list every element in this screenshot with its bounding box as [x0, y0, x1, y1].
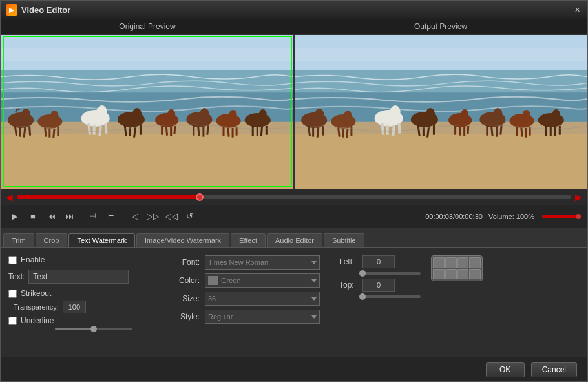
tab-text-watermark[interactable]: Text Watermark [68, 233, 135, 247]
svg-point-14 [21, 109, 30, 120]
set-end-button[interactable]: ⊢ [103, 209, 119, 224]
svg-rect-2 [1, 70, 293, 96]
svg-point-44 [229, 110, 237, 120]
left-pos-slider-handle[interactable] [359, 270, 366, 277]
rewind-button[interactable]: ◁◁ [163, 209, 179, 224]
stop-button[interactable]: ■ [25, 209, 41, 224]
output-preview-label: Output Preview [294, 19, 587, 34]
pos-grid-bl[interactable] [433, 269, 445, 280]
svg-rect-47 [232, 128, 234, 138]
middle-column: Font: Times New Roman Color: Green Si [174, 255, 329, 324]
top-pos-label: Top: [339, 281, 359, 290]
size-label: Size: [174, 294, 200, 303]
timeline-handle[interactable] [196, 193, 204, 201]
top-pos-input[interactable] [362, 279, 395, 292]
svg-point-32 [167, 109, 175, 120]
close-button[interactable]: ✕ [572, 5, 582, 15]
minimize-button[interactable]: ─ [559, 5, 569, 15]
top-pos-slider-handle[interactable] [359, 293, 366, 300]
svg-rect-63 [390, 109, 393, 112]
timeline-track[interactable] [17, 195, 571, 199]
left-pos-input[interactable] [362, 255, 395, 268]
top-pos-row: Top: [339, 279, 421, 292]
preview-labels: Original Preview Output Preview [1, 19, 587, 34]
svg-point-104 [538, 113, 564, 127]
title-bar: ▶ Video Editor ─ ✕ [1, 1, 587, 19]
size-dropdown[interactable]: 36 [205, 292, 320, 306]
tab-audio-editor[interactable]: Audio Editor [267, 233, 322, 247]
bottom-bar: OK Cancel [1, 357, 587, 381]
font-value: Times New Roman [208, 259, 268, 266]
ok-button[interactable]: OK [486, 362, 525, 377]
color-value: Green [221, 277, 311, 284]
enable-checkbox[interactable] [8, 256, 17, 264]
svg-rect-77 [342, 129, 344, 138]
top-pos-slider[interactable] [362, 295, 421, 298]
pos-grid-br2[interactable] [469, 269, 481, 280]
tab-subtitle[interactable]: Subtitle [324, 233, 364, 247]
tab-effect[interactable]: Effect [231, 233, 266, 247]
transparency-input[interactable] [63, 301, 86, 313]
undo-button[interactable]: ↺ [182, 209, 197, 224]
tab-trim[interactable]: Trim [3, 233, 34, 247]
set-start-button[interactable]: ⊣ [85, 209, 101, 224]
pos-grid-br1[interactable] [457, 269, 469, 280]
app-icon: ▶ [6, 4, 17, 16]
pos-grid-tl[interactable] [433, 257, 445, 268]
svg-rect-8 [97, 109, 100, 112]
play-button[interactable]: ▶ [7, 209, 23, 224]
pos-grid-tr1[interactable] [457, 257, 469, 268]
left-pos-slider[interactable] [362, 272, 421, 275]
original-video-frame [1, 35, 293, 189]
svg-rect-94 [486, 125, 488, 136]
transparency-slider-handle[interactable] [90, 326, 97, 332]
tab-image-watermark[interactable]: Image/Video Watermark [136, 233, 229, 247]
enable-label: Enable [21, 255, 45, 264]
svg-point-50 [259, 109, 267, 120]
svg-rect-12 [105, 123, 108, 134]
fast-forward-button[interactable]: ▷▷ [145, 209, 161, 224]
svg-rect-16 [19, 127, 21, 137]
svg-rect-96 [496, 127, 498, 137]
svg-point-99 [523, 110, 530, 120]
volume-handle[interactable] [576, 214, 581, 219]
volume-fill [542, 215, 581, 218]
color-dropdown-arrow [311, 279, 317, 282]
svg-rect-1 [1, 48, 293, 61]
font-dropdown[interactable]: Times New Roman [205, 255, 320, 270]
pos-grid-tr2[interactable] [469, 257, 481, 268]
prev-frame-button[interactable]: ⏮ [43, 209, 59, 224]
timeline-area: ◀ ▶ [1, 189, 587, 205]
transport-controls: ▶ ■ ⏮ ⏭ ⊣ ⊢ ◁ ▷▷ ◁◁ ↺ 00:00:03/00:00:30 … [1, 205, 587, 228]
output-video-frame [295, 35, 587, 189]
strikeout-checkbox[interactable] [8, 290, 17, 298]
svg-rect-106 [545, 126, 547, 136]
font-row: Font: Times New Roman [174, 255, 329, 270]
svg-rect-52 [257, 127, 258, 136]
left-pos-label: Left: [339, 257, 359, 266]
svg-rect-56 [295, 48, 587, 61]
pos-grid-bc[interactable] [445, 269, 457, 280]
volume-control[interactable] [542, 215, 581, 218]
tab-crop[interactable]: Crop [36, 233, 68, 247]
svg-rect-100 [516, 127, 518, 136]
strikeout-row: Strikeout [8, 289, 163, 298]
cancel-button[interactable]: Cancel [531, 362, 577, 377]
next-frame-button[interactable]: ⏭ [61, 209, 77, 224]
pos-grid-tc[interactable] [445, 257, 457, 268]
size-row: Size: 36 [174, 292, 329, 306]
underline-checkbox[interactable] [8, 317, 17, 325]
svg-point-74 [331, 114, 355, 129]
window-controls: ─ ✕ [559, 5, 582, 15]
text-input[interactable] [28, 270, 129, 284]
volume-track[interactable] [542, 215, 581, 218]
main-window: ▶ Video Editor ─ ✕ Original Preview Outp… [0, 0, 588, 382]
svg-point-20 [50, 111, 58, 121]
color-dropdown[interactable]: Green [205, 273, 320, 288]
style-dropdown[interactable]: Regular [205, 310, 320, 324]
output-video-svg [295, 35, 587, 189]
trim-start-button[interactable]: ◁ [127, 209, 143, 224]
svg-rect-65 [386, 125, 389, 135]
transparency-slider[interactable] [55, 328, 132, 330]
svg-point-26 [132, 108, 142, 120]
